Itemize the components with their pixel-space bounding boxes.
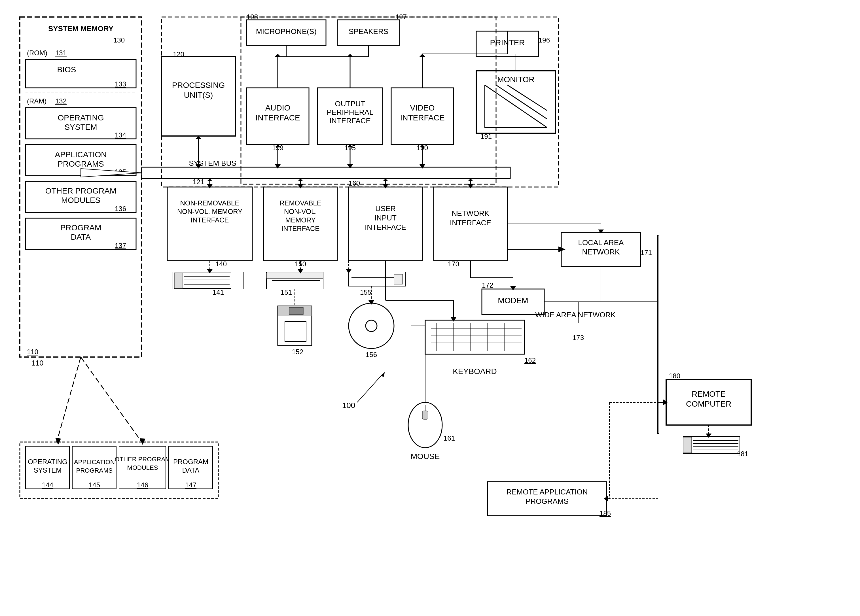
modules-label2: MODULES bbox=[61, 196, 100, 205]
ref-140: 140 bbox=[215, 260, 227, 268]
ref-185: 185 bbox=[599, 509, 611, 517]
svg-rect-85 bbox=[289, 307, 303, 315]
opi-label2: PERIPHERAL bbox=[327, 108, 374, 116]
ref-120: 120 bbox=[173, 50, 184, 58]
ref-100: 100 bbox=[342, 401, 355, 410]
ref-133: 133 bbox=[115, 80, 126, 88]
opi-label: OUTPUT bbox=[335, 99, 366, 108]
ref-161: 161 bbox=[444, 434, 455, 442]
ref-151: 151 bbox=[281, 288, 292, 296]
ref-121: 121 bbox=[193, 178, 204, 186]
rem-label3: MEMORY bbox=[285, 216, 316, 224]
ref-110: 110 bbox=[27, 348, 38, 356]
svg-rect-120 bbox=[422, 411, 428, 419]
ref-141: 141 bbox=[213, 288, 224, 296]
svg-rect-146 bbox=[683, 437, 692, 453]
data-bottom-label2: DATA bbox=[182, 466, 199, 474]
svg-rect-100 bbox=[425, 320, 524, 354]
os-label: OPERATING bbox=[58, 113, 104, 122]
system-memory-label: SYSTEM MEMORY bbox=[48, 24, 113, 33]
pu-label2: UNIT(S) bbox=[184, 91, 213, 99]
rap-label: REMOTE APPLICATION bbox=[506, 487, 588, 496]
nonrem-label3: INTERFACE bbox=[191, 216, 229, 224]
ref-131: 131 bbox=[55, 49, 67, 56]
ref-181: 181 bbox=[737, 450, 748, 458]
modules-bottom-label: OTHER PROGRAM bbox=[115, 456, 171, 463]
pu-label: PROCESSING bbox=[172, 81, 225, 89]
ref-162: 162 bbox=[524, 356, 536, 364]
ref-171: 171 bbox=[640, 249, 652, 256]
architecture-diagram: SYSTEM MEMORY 130 (ROM) 131 BIOS 133 (RA… bbox=[0, 0, 860, 616]
data-label: PROGRAM bbox=[60, 223, 102, 232]
ni-label: NETWORK bbox=[452, 209, 490, 218]
ref-137: 137 bbox=[115, 242, 126, 249]
app-label2: PROGRAMS bbox=[58, 160, 104, 168]
monitor-label: MONITOR bbox=[497, 75, 535, 84]
uii-label2: INPUT bbox=[374, 214, 397, 222]
svg-point-95 bbox=[366, 320, 377, 332]
ref-136: 136 bbox=[115, 205, 126, 213]
os-bottom-label2: SYSTEM bbox=[34, 466, 62, 474]
data-bottom-label: PROGRAM bbox=[173, 458, 208, 466]
app-bottom-label: APPLICATION bbox=[74, 458, 115, 466]
modem-label: MODEM bbox=[498, 296, 528, 305]
ref-172: 172 bbox=[482, 281, 493, 289]
rap-label2: PROGRAMS bbox=[526, 497, 569, 505]
app-label: APPLICATION bbox=[55, 150, 107, 159]
ref-130: 130 bbox=[113, 36, 125, 44]
rc-label2: COMPUTER bbox=[686, 400, 731, 408]
svg-rect-52 bbox=[264, 187, 337, 261]
ref-170: 170 bbox=[448, 260, 459, 268]
rem-label4: INTERFACE bbox=[281, 225, 320, 232]
ref-160: 160 bbox=[348, 179, 360, 187]
svg-rect-73 bbox=[174, 273, 183, 288]
nonrem-label2: NON-VOL. MEMORY bbox=[177, 208, 242, 215]
rem-label2: NON-VOL. bbox=[284, 208, 317, 215]
modules-label: OTHER PROGRAM bbox=[46, 187, 116, 195]
opi-label3: INTERFACE bbox=[330, 116, 371, 125]
svg-rect-9 bbox=[142, 167, 510, 179]
speakers-label: SPEAKERS bbox=[348, 27, 388, 36]
ref-152: 152 bbox=[292, 348, 303, 356]
rom-label: (ROM) bbox=[27, 49, 47, 56]
ref-156: 156 bbox=[366, 351, 377, 359]
audio-label: AUDIO bbox=[265, 103, 290, 112]
svg-rect-48 bbox=[167, 187, 252, 261]
mouse-label: MOUSE bbox=[411, 452, 440, 461]
svg-rect-86 bbox=[285, 321, 306, 342]
svg-rect-90 bbox=[394, 274, 402, 284]
rem-label: REMOVABLE bbox=[279, 199, 322, 207]
uii-label: USER bbox=[375, 204, 396, 213]
modules-bottom-label2: MODULES bbox=[127, 464, 158, 471]
ref-173: 173 bbox=[573, 334, 584, 342]
os-bottom-label: OPERATING bbox=[28, 458, 67, 466]
os-label2: SYSTEM bbox=[64, 123, 97, 132]
ref-180: 180 bbox=[669, 372, 680, 380]
ref-134: 134 bbox=[115, 131, 126, 139]
ram-label: (RAM) bbox=[27, 97, 47, 105]
ref-146: 146 bbox=[137, 481, 148, 489]
video-label: VIDEO bbox=[410, 103, 435, 112]
bus-label: SYSTEM BUS bbox=[189, 159, 236, 168]
svg-rect-79 bbox=[267, 273, 323, 279]
wan-label: WIDE AREA NETWORK bbox=[535, 310, 616, 319]
data-label2: DATA bbox=[71, 233, 91, 241]
ref-191: 191 bbox=[480, 133, 492, 140]
ref-110-label: 110 bbox=[31, 359, 43, 367]
ref-144: 144 bbox=[42, 481, 53, 489]
ref-196: 196 bbox=[538, 36, 550, 44]
app-bottom-label2: PROGRAMS bbox=[76, 467, 113, 474]
ni-label2: INTERFACE bbox=[450, 218, 491, 227]
uii-label3: INTERFACE bbox=[365, 223, 406, 232]
ref-132: 132 bbox=[55, 97, 67, 105]
micro-label: MICROPHONE(S) bbox=[256, 27, 317, 36]
ref-155: 155 bbox=[360, 288, 371, 296]
ref-147: 147 bbox=[185, 481, 196, 489]
keyboard-label: KEYBOARD bbox=[453, 367, 497, 376]
lan-label2: NETWORK bbox=[582, 248, 620, 256]
nonrem-label: NON-REMOVABLE bbox=[180, 199, 240, 207]
bios-label: BIOS bbox=[57, 65, 76, 74]
audio-label2: INTERFACE bbox=[256, 113, 300, 122]
video-label2: INTERFACE bbox=[400, 113, 444, 122]
rc-label: REMOTE bbox=[692, 390, 726, 398]
